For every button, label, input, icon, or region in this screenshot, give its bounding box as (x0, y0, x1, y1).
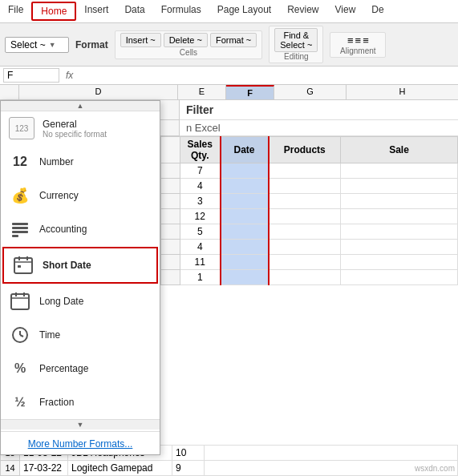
select-arrow-icon: ▼ (49, 41, 56, 49)
menu-formulas[interactable]: Formulas (153, 2, 209, 21)
cell-salesqty[interactable]: 3 (180, 194, 221, 209)
menu-file[interactable]: File (0, 2, 31, 21)
find-select-button[interactable]: Find & Select ~ (274, 28, 318, 52)
number-format-dropdown: ▲ 123 General No specific format 12 Numb… (0, 100, 160, 455)
format-percentage[interactable]: % Percentage (1, 352, 160, 385)
row-num (161, 240, 180, 255)
cell-date[interactable] (221, 224, 269, 240)
cell-extra-13[interactable] (205, 446, 458, 461)
col-header-G[interactable]: G (274, 85, 347, 99)
scroll-down[interactable]: ▼ (1, 419, 160, 430)
cell-products[interactable] (269, 255, 341, 270)
table-row: 4 (161, 179, 458, 194)
fraction-icon: ½ (9, 391, 31, 413)
cell-qty-13[interactable]: 10 (172, 446, 205, 461)
cell-sale[interactable] (341, 179, 458, 194)
col-header-salesqty: Sales Qty. (180, 137, 221, 163)
cell-sale[interactable] (341, 163, 458, 179)
delete-button[interactable]: Delete ~ (164, 33, 208, 47)
format-button[interactable]: Format ~ (210, 33, 257, 47)
cell-salesqty[interactable]: 12 (180, 209, 221, 224)
cell-date[interactable] (221, 163, 269, 179)
cell-date[interactable] (221, 240, 269, 255)
cell-salesqty[interactable]: 11 (180, 255, 221, 270)
ribbon: Select ~ ▼ Format Insert ~ Delete ~ Form… (0, 23, 458, 67)
short-date-icon (12, 254, 34, 276)
row-num-14: 14 (1, 461, 20, 476)
format-fraction[interactable]: ½ Fraction (1, 385, 160, 419)
format-time[interactable]: Time (1, 318, 160, 352)
cell-sale[interactable] (341, 224, 458, 240)
svg-rect-8 (18, 265, 21, 268)
accounting-label: Accounting (39, 224, 87, 235)
col-header-E[interactable]: E (178, 85, 226, 99)
cell-products[interactable] (269, 270, 341, 285)
cell-sale[interactable] (341, 270, 458, 285)
alignment-group-label: Alignment (340, 46, 375, 55)
menu-pagelayout[interactable]: Page Layout (209, 2, 279, 21)
format-accounting[interactable]: Accounting (1, 212, 160, 246)
short-date-label: Short Date (43, 260, 91, 271)
menu-data[interactable]: Data (116, 2, 152, 21)
format-currency[interactable]: 💰 Currency (1, 179, 160, 212)
format-short-date[interactable]: Short Date (2, 247, 158, 284)
cell-sale[interactable] (341, 194, 458, 209)
svg-rect-4 (14, 258, 32, 273)
menu-review[interactable]: Review (279, 2, 326, 21)
excel-subheading: n Excel (180, 120, 458, 136)
cell-sale[interactable] (341, 255, 458, 270)
cell-products[interactable] (269, 224, 341, 240)
menu-home[interactable]: Home (31, 2, 76, 21)
cell-sale[interactable] (341, 240, 458, 255)
editing-group-label: Editing (284, 52, 309, 61)
col-header-D[interactable]: D (19, 85, 178, 99)
menu-de[interactable]: De (363, 2, 391, 21)
general-sublabel: No specific format (43, 130, 107, 139)
row-num (161, 163, 180, 179)
row-header-num (161, 137, 180, 163)
table-row: 11 (161, 255, 458, 270)
cell-date[interactable] (221, 179, 269, 194)
format-general[interactable]: 123 General No specific format (1, 111, 160, 145)
cell-date[interactable] (221, 270, 269, 285)
cell-salesqty[interactable]: 7 (180, 163, 221, 179)
svg-rect-0 (12, 223, 28, 225)
cell-date[interactable] (221, 194, 269, 209)
percentage-label: Percentage (39, 363, 88, 374)
accounting-icon (9, 218, 31, 240)
cell-products[interactable] (269, 163, 341, 179)
col-header-sale: Sale (341, 137, 458, 163)
cell-sale[interactable] (341, 209, 458, 224)
formula-input[interactable] (79, 70, 455, 81)
cell-salesqty[interactable]: 4 (180, 179, 221, 194)
format-number[interactable]: 12 Number (1, 145, 160, 179)
cell-qty-14[interactable]: 9 (172, 461, 205, 476)
table-row: 5 (161, 224, 458, 240)
col-header-F[interactable]: F (226, 85, 274, 99)
spreadsheet-table: Sales Qty. Date Products Sale 7431254111 (160, 136, 458, 285)
col-headers-row: D E F G H (0, 85, 458, 100)
menu-view[interactable]: View (327, 2, 364, 21)
cell-date[interactable] (221, 209, 269, 224)
cell-salesqty[interactable]: 4 (180, 240, 221, 255)
menu-insert[interactable]: Insert (76, 2, 116, 21)
scroll-up[interactable]: ▲ (1, 101, 160, 111)
format-label: Format (75, 39, 108, 50)
cell-date[interactable] (221, 255, 269, 270)
cell-products[interactable] (269, 240, 341, 255)
col-header-H[interactable]: H (347, 85, 458, 99)
cell-salesqty[interactable]: 5 (180, 224, 221, 240)
cell-salesqty[interactable]: 1 (180, 270, 221, 285)
cell-products[interactable] (269, 194, 341, 209)
cell-products[interactable] (269, 209, 341, 224)
table-row: 3 (161, 194, 458, 209)
general-label: General (43, 119, 107, 130)
cell-date-14[interactable]: 17-03-22 (20, 461, 68, 476)
insert-button[interactable]: Insert ~ (120, 33, 161, 47)
name-box[interactable] (3, 68, 59, 83)
cell-products[interactable] (269, 179, 341, 194)
number-format-select[interactable]: Select ~ ▼ (5, 37, 69, 53)
more-formats-link[interactable]: More Number Formats... (1, 434, 160, 454)
cell-product-14[interactable]: Logitech Gamepad (68, 461, 172, 476)
format-long-date[interactable]: Long Date (1, 284, 160, 318)
